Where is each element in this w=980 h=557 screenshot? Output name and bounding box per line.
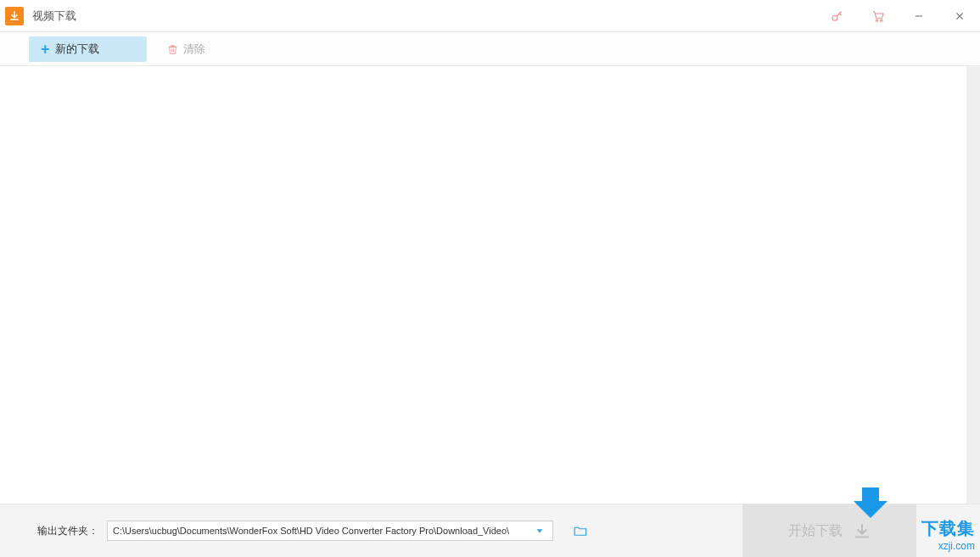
toolbar: + 新的下载 清除 bbox=[0, 32, 980, 66]
output-path-field[interactable]: C:\Users\ucbug\Documents\WonderFox Soft\… bbox=[107, 521, 553, 541]
download-list bbox=[0, 66, 980, 504]
titlebar-controls bbox=[817, 0, 980, 32]
svg-point-2 bbox=[881, 19, 882, 21]
scrollbar[interactable] bbox=[966, 66, 980, 504]
watermark: 下载集 xzji.com bbox=[921, 517, 975, 552]
svg-point-0 bbox=[832, 15, 837, 20]
clear-label: 清除 bbox=[183, 42, 205, 57]
start-download-label: 开始下载 bbox=[788, 522, 843, 540]
folder-icon bbox=[571, 523, 590, 538]
trash-icon bbox=[167, 43, 178, 55]
browse-folder-button[interactable] bbox=[568, 521, 592, 541]
svg-point-1 bbox=[876, 19, 877, 21]
path-dropdown-icon[interactable] bbox=[532, 523, 547, 538]
titlebar: 视频下载 bbox=[0, 0, 980, 32]
window-title: 视频下载 bbox=[32, 8, 76, 24]
close-button[interactable] bbox=[939, 0, 980, 32]
app-download-icon bbox=[5, 7, 24, 25]
clear-button[interactable]: 清除 bbox=[155, 36, 217, 62]
key-icon[interactable] bbox=[817, 0, 858, 32]
output-path-text: C:\Users\ucbug\Documents\WonderFox Soft\… bbox=[113, 526, 532, 536]
watermark-title: 下载集 bbox=[921, 517, 975, 540]
plus-icon: + bbox=[41, 42, 50, 57]
new-download-button[interactable]: + 新的下载 bbox=[29, 36, 147, 62]
new-download-label: 新的下载 bbox=[55, 42, 99, 57]
watermark-arrow-icon bbox=[850, 481, 891, 525]
minimize-button[interactable] bbox=[899, 0, 939, 32]
watermark-url: xzji.com bbox=[938, 540, 975, 552]
bottombar: 输出文件夹： C:\Users\ucbug\Documents\WonderFo… bbox=[0, 504, 980, 557]
cart-icon[interactable] bbox=[858, 0, 899, 32]
output-folder-label: 输出文件夹： bbox=[37, 524, 98, 538]
